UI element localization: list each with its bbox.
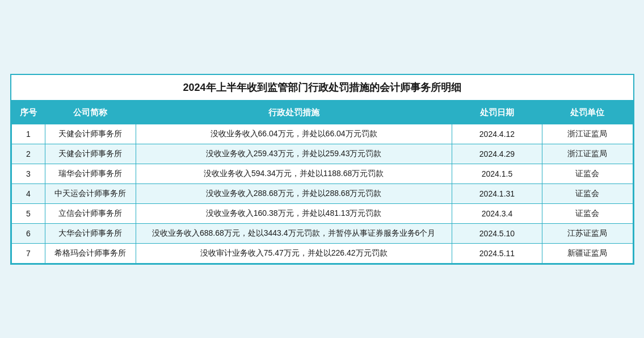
cell-unit: 证监会: [542, 203, 633, 223]
cell-seq: 5: [11, 203, 45, 223]
cell-action: 没收业务收入594.34万元，并处以1188.68万元罚款: [136, 164, 452, 183]
cell-company-name: 希格玛会计师事务所: [45, 243, 136, 263]
table-row: 1天健会计师事务所没收业务收入66.04万元，并处以66.04万元罚款2024.…: [11, 124, 633, 144]
cell-unit: 证监会: [542, 164, 633, 183]
cell-company-name: 中天运会计师事务所: [45, 183, 136, 203]
cell-date: 2024.5.10: [452, 223, 542, 243]
header-date: 处罚日期: [452, 101, 542, 124]
cell-seq: 7: [11, 243, 45, 263]
table-row: 3瑞华会计师事务所没收业务收入594.34万元，并处以1188.68万元罚款20…: [11, 164, 633, 183]
cell-action: 没收审计业务收入75.47万元，并处以226.42万元罚款: [136, 243, 452, 263]
cell-action: 没收业务收入66.04万元，并处以66.04万元罚款: [136, 124, 452, 144]
cell-unit: 浙江证监局: [542, 124, 633, 144]
cell-action: 没收业务收入688.68万元，处以3443.4万元罚款，并暂停从事证券服务业务6…: [136, 223, 452, 243]
cell-company-name: 大华会计师事务所: [45, 223, 136, 243]
cell-company-name: 瑞华会计师事务所: [45, 164, 136, 183]
header-seq: 序号: [11, 101, 45, 124]
cell-unit: 浙江证监局: [542, 144, 633, 164]
header-unit: 处罚单位: [542, 101, 633, 124]
table-row: 7希格玛会计师事务所没收审计业务收入75.47万元，并处以226.42万元罚款2…: [11, 243, 633, 263]
cell-date: 2024.4.12: [452, 124, 542, 144]
header-action: 行政处罚措施: [136, 101, 452, 124]
cell-company-name: 天健会计师事务所: [45, 144, 136, 164]
main-container: 2024年上半年收到监管部门行政处罚措施的会计师事务所明细 序号 公司简称 行政…: [10, 74, 634, 265]
cell-company-name: 立信会计师事务所: [45, 203, 136, 223]
header-name: 公司简称: [45, 101, 136, 124]
data-table: 序号 公司简称 行政处罚措施 处罚日期 处罚单位 1天健会计师事务所没收业务收入…: [11, 101, 633, 264]
table-title: 2024年上半年收到监管部门行政处罚措施的会计师事务所明细: [11, 75, 633, 101]
cell-unit: 证监会: [542, 183, 633, 203]
table-row: 6大华会计师事务所没收业务收入688.68万元，处以3443.4万元罚款，并暂停…: [11, 223, 633, 243]
cell-seq: 3: [11, 164, 45, 183]
cell-seq: 1: [11, 124, 45, 144]
cell-date: 2024.3.4: [452, 203, 542, 223]
cell-seq: 4: [11, 183, 45, 203]
cell-unit: 新疆证监局: [542, 243, 633, 263]
cell-date: 2024.4.29: [452, 144, 542, 164]
table-row: 4中天运会计师事务所没收业务收入288.68万元，并处以288.68万元罚款20…: [11, 183, 633, 203]
cell-action: 没收业务收入160.38万元，并处以481.13万元罚款: [136, 203, 452, 223]
cell-seq: 6: [11, 223, 45, 243]
cell-date: 2024.5.11: [452, 243, 542, 263]
cell-company-name: 天健会计师事务所: [45, 124, 136, 144]
cell-seq: 2: [11, 144, 45, 164]
table-body: 1天健会计师事务所没收业务收入66.04万元，并处以66.04万元罚款2024.…: [11, 124, 633, 263]
header-row: 序号 公司简称 行政处罚措施 处罚日期 处罚单位: [11, 101, 633, 124]
table-wrapper: 序号 公司简称 行政处罚措施 处罚日期 处罚单位 1天健会计师事务所没收业务收入…: [11, 101, 633, 264]
cell-date: 2024.1.31: [452, 183, 542, 203]
cell-action: 没收业务收入259.43万元，并处以259.43万元罚款: [136, 144, 452, 164]
cell-unit: 江苏证监局: [542, 223, 633, 243]
table-row: 2天健会计师事务所没收业务收入259.43万元，并处以259.43万元罚款202…: [11, 144, 633, 164]
cell-action: 没收业务收入288.68万元，并处以288.68万元罚款: [136, 183, 452, 203]
table-row: 5立信会计师事务所没收业务收入160.38万元，并处以481.13万元罚款202…: [11, 203, 633, 223]
cell-date: 2024.1.5: [452, 164, 542, 183]
